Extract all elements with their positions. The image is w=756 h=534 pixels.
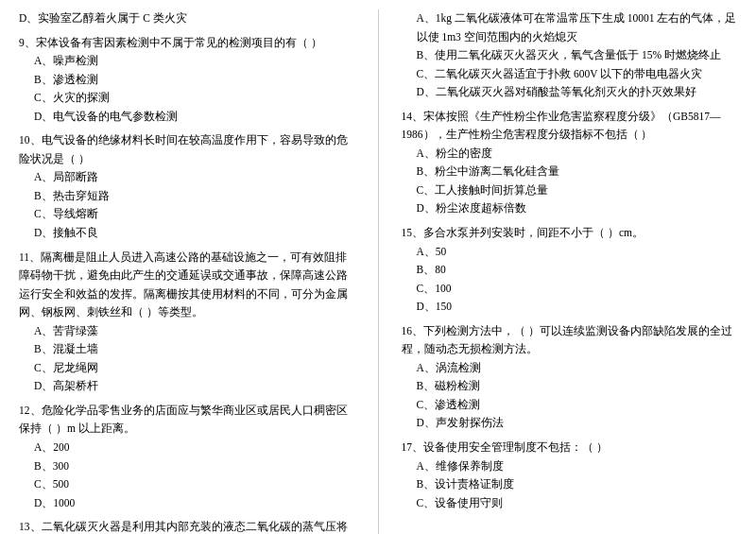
q13-option-b: B、使用二氧化碳灭火器灭火，氧气含量低于 15% 时燃烧终止 [402, 46, 738, 65]
q14-option-b: B、粉尘中游离二氧化硅含量 [402, 163, 738, 181]
q12-option-a: A、200 [19, 439, 355, 457]
q13-option-c: C、二氧化碳灭火器适宜于扑救 600V 以下的带电电器火灾 [402, 65, 738, 84]
q9-text: 9、宋体设备有害因素检测中不属于常见的检测项目的有（ ） [19, 37, 322, 48]
q15-option-b: B、80 [402, 261, 738, 280]
page-content: D、实验室乙醇着火属于 C 类火灾 9、宋体设备有害因素检测中不属于常见的检测项… [19, 9, 737, 534]
q13-option-d: D、二氧化碳灭火器对硝酸盐等氧化剂灭火的扑灭效果好 [402, 83, 738, 102]
q15: 15、多合水泵并列安装时，间距不小于（ ）cm。 A、50 B、80 C、100… [402, 224, 738, 317]
q11-option-a: A、苦背绿藻 [19, 322, 355, 341]
right-column: A、1kg 二氧化碳液体可在常温常压下生成 10001 左右的气体，足以使 1m… [402, 9, 738, 534]
q12-option-b: B、300 [19, 457, 355, 476]
q11-option-d: D、高架桥杆 [19, 377, 355, 396]
q15-option-a: A、50 [402, 243, 738, 262]
q16-text: 16、下列检测方法中，（ ）可以连续监测设备内部缺陷发展的全过程，随动态无损检测… [402, 325, 732, 355]
q10-option-d: D、接触不良 [19, 224, 355, 243]
q12-option-d: D、1000 [19, 494, 355, 513]
q14-option-d: D、粉尘浓度超标倍数 [402, 199, 738, 218]
q9-option-b: B、渗透检测 [19, 71, 355, 90]
q16-option-d: D、声发射探伤法 [402, 414, 738, 433]
q17: 17、设备使用安全管理制度不包括：（ ） A、维修保养制度 B、设计责格证制度 … [402, 439, 738, 512]
q10: 10、电气设备的绝缘材料长时间在较高温度作用下，容易导致的危险状况是（ ） A、… [19, 131, 355, 242]
q11-option-b: B、混凝土墙 [19, 340, 355, 359]
q17-option-a: A、维修保养制度 [402, 457, 738, 476]
q12-option-c: C、500 [19, 475, 355, 494]
q14-text: 14、宋体按照《生产性粉尘作业危害监察程度分级》（GB5817—1986），生产… [402, 111, 721, 141]
q10-option-b: B、热击穿短路 [19, 187, 355, 206]
q15-text: 15、多合水泵并列安装时，间距不小于（ ）cm。 [402, 227, 644, 238]
q9-option-c: C、火灾的探测 [19, 89, 355, 108]
q17-text: 17、设备使用安全管理制度不包括：（ ） [402, 441, 608, 453]
q12: 12、危险化学品零售业务的店面应与繁华商业区或居民人口稠密区保持（ ）m 以上距… [19, 402, 355, 512]
q16-option-b: B、磁粉检测 [402, 377, 738, 396]
q15-option-d: D、150 [402, 298, 738, 317]
q14-option-a: A、粉尘的密度 [402, 145, 738, 164]
q10-text: 10、电气设备的绝缘材料长时间在较高温度作用下，容易导致的危险状况是（ ） [19, 134, 348, 164]
q11-option-c: C、尼龙绳网 [19, 359, 355, 378]
q14-option-c: C、工人接触时间折算总量 [402, 181, 738, 200]
q13-options: A、1kg 二氧化碳液体可在常温常压下生成 10001 左右的气体，足以使 1m… [402, 9, 738, 102]
q11: 11、隔离栅是阻止人员进入高速公路的基础设施之一，可有效阻排障碍物干扰，避免由此… [19, 249, 355, 396]
q9-option-a: A、噪声检测 [19, 52, 355, 71]
q-d-prev-text: D、实验室乙醇着火属于 C 类火灾 [19, 12, 187, 24]
q16: 16、下列检测方法中，（ ）可以连续监测设备内部缺陷发展的全过程，随动态无损检测… [402, 322, 738, 433]
q16-option-a: A、涡流检测 [402, 359, 738, 378]
column-divider [378, 9, 379, 534]
q17-option-c: C、设备使用守则 [402, 494, 738, 513]
q9: 9、宋体设备有害因素检测中不属于常见的检测项目的有（ ） A、噪声检测 B、渗透… [19, 34, 355, 127]
q10-option-c: C、导线熔断 [19, 205, 355, 224]
q13-intro-text: 13、二氧化碳灭火器是利用其内部充装的液态二氧化碳的蒸气压将二氧化碳喷出灭火的一… [19, 521, 348, 534]
left-column: D、实验室乙醇着火属于 C 类火灾 9、宋体设备有害因素检测中不属于常见的检测项… [19, 9, 355, 534]
q16-option-c: C、渗透检测 [402, 396, 738, 415]
q17-option-b: B、设计责格证制度 [402, 475, 738, 494]
q15-option-c: C、100 [402, 280, 738, 299]
q13-option-a: A、1kg 二氧化碳液体可在常温常压下生成 10001 左右的气体，足以使 1m… [402, 9, 738, 46]
q12-text: 12、危险化学品零售业务的店面应与繁华商业区或居民人口稠密区保持（ ）m 以上距… [19, 405, 348, 435]
q-d-prev: D、实验室乙醇着火属于 C 类火灾 [19, 9, 355, 28]
q14: 14、宋体按照《生产性粉尘作业危害监察程度分级》（GB5817—1986），生产… [402, 108, 738, 218]
q9-option-d: D、电气设备的电气参数检测 [19, 108, 355, 127]
q10-option-a: A、局部断路 [19, 168, 355, 187]
q11-text: 11、隔离栅是阻止人员进入高速公路的基础设施之一，可有效阻排障碍物干扰，避免由此… [19, 251, 348, 319]
q13-intro: 13、二氧化碳灭火器是利用其内部充装的液态二氧化碳的蒸气压将二氧化碳喷出灭火的一… [19, 518, 355, 534]
